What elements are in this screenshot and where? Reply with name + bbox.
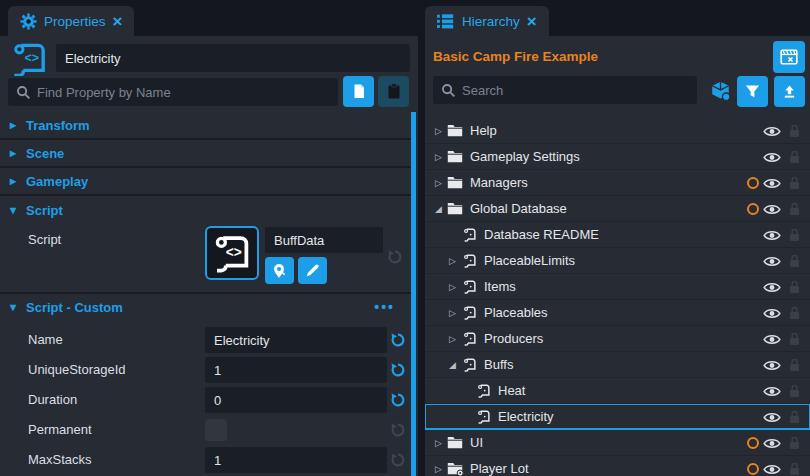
tree-row[interactable]: ▷UI xyxy=(425,430,810,456)
eye-icon[interactable] xyxy=(763,307,781,320)
lock-icon[interactable] xyxy=(788,150,801,164)
section-scene[interactable]: Scene xyxy=(0,140,411,168)
tree-expand-icon[interactable]: ▷ xyxy=(431,464,446,474)
reset-icon[interactable] xyxy=(390,362,406,378)
lock-icon[interactable] xyxy=(788,436,801,450)
tree-row[interactable]: Heat xyxy=(425,378,810,404)
property-checkbox[interactable] xyxy=(205,419,227,441)
folder-icon xyxy=(446,150,464,163)
eye-icon[interactable] xyxy=(763,125,781,138)
eye-icon[interactable] xyxy=(763,151,781,164)
lock-icon[interactable] xyxy=(788,254,801,268)
more-options-icon[interactable] xyxy=(374,299,395,315)
tree-item-label: Managers xyxy=(470,175,528,190)
edit-script-button[interactable] xyxy=(298,257,327,284)
copy-properties-button[interactable] xyxy=(343,76,374,107)
lock-icon[interactable] xyxy=(788,280,801,294)
lock-icon[interactable] xyxy=(788,462,801,476)
tree-row[interactable]: ▷Player Lot xyxy=(425,456,810,476)
script-icon xyxy=(460,280,478,294)
reset-icon xyxy=(387,249,403,265)
tree-row[interactable]: ▷Producers xyxy=(425,326,810,352)
tree-row[interactable]: ▷Gameplay Settings xyxy=(425,144,810,170)
networked-badge xyxy=(747,177,759,189)
script-field-label: Script xyxy=(28,232,61,247)
eye-icon[interactable] xyxy=(763,255,781,268)
tree-row[interactable]: ▷Items xyxy=(425,274,810,300)
lock-icon[interactable] xyxy=(788,358,801,372)
network-context-cube-icon[interactable] xyxy=(709,80,732,102)
property-value-input[interactable] xyxy=(205,357,387,383)
tree-expand-icon[interactable]: ▷ xyxy=(431,438,446,448)
hierarchy-search-input[interactable] xyxy=(462,76,697,104)
find-script-button[interactable] xyxy=(265,257,294,284)
filter-button[interactable] xyxy=(737,76,768,107)
scene-button[interactable] xyxy=(773,41,805,73)
tree-row[interactable]: ◢Global Database xyxy=(425,196,810,222)
tree-row[interactable]: ▷Placeables xyxy=(425,300,810,326)
script-name-input[interactable] xyxy=(265,227,383,253)
eye-icon[interactable] xyxy=(763,437,781,450)
script-asset-slot[interactable]: <> xyxy=(205,226,259,280)
eye-icon[interactable] xyxy=(763,177,781,190)
tree-item-label: UI xyxy=(470,435,483,450)
eye-icon[interactable] xyxy=(763,411,781,424)
lock-icon[interactable] xyxy=(788,176,801,190)
lock-icon[interactable] xyxy=(788,332,801,346)
folder-icon xyxy=(446,176,464,189)
property-row: MaxStacks xyxy=(0,447,411,473)
tree-row[interactable]: ◢Buffs xyxy=(425,352,810,378)
section-script[interactable]: Script xyxy=(0,196,411,224)
tree-expand-icon[interactable]: ▷ xyxy=(431,126,446,136)
reset-icon[interactable] xyxy=(390,332,406,348)
close-icon[interactable] xyxy=(527,13,537,30)
tree-expand-icon[interactable]: ◢ xyxy=(445,360,460,370)
export-button[interactable] xyxy=(774,76,805,107)
eye-icon[interactable] xyxy=(763,229,781,242)
tree-row[interactable]: ▷Help xyxy=(425,118,810,144)
tree-row[interactable]: Electricity xyxy=(425,404,810,430)
vertical-scrollbar[interactable] xyxy=(411,112,416,476)
list-tree-icon xyxy=(437,14,455,29)
tree-expand-icon[interactable]: ▷ xyxy=(445,282,460,292)
tree-expand-icon[interactable]: ◢ xyxy=(431,204,446,214)
tree-expand-icon[interactable]: ▷ xyxy=(431,178,446,188)
tree-expand-icon[interactable]: ▷ xyxy=(445,334,460,344)
property-search-input[interactable] xyxy=(37,78,338,106)
section-gameplay[interactable]: Gameplay xyxy=(0,168,411,196)
tree-expand-icon[interactable]: ▷ xyxy=(445,308,460,318)
tree-row[interactable]: ▷PlaceableLimits xyxy=(425,248,810,274)
property-value-input[interactable] xyxy=(205,447,387,473)
tree-row[interactable]: ▷Managers xyxy=(425,170,810,196)
section-transform[interactable]: Transform xyxy=(0,112,411,140)
lock-icon[interactable] xyxy=(788,384,801,398)
eye-icon[interactable] xyxy=(763,281,781,294)
tab-properties[interactable]: Properties xyxy=(8,6,134,36)
property-value-input[interactable] xyxy=(205,387,387,413)
tree-expand-icon[interactable]: ▷ xyxy=(445,256,460,266)
property-row: Permanent xyxy=(0,417,411,443)
eye-icon[interactable] xyxy=(763,463,781,476)
tree-expand-icon[interactable]: ▷ xyxy=(431,152,446,162)
lock-icon[interactable] xyxy=(788,124,801,138)
section-script-custom[interactable]: Script - Custom xyxy=(0,292,411,320)
object-name-input[interactable] xyxy=(56,44,410,72)
close-icon[interactable] xyxy=(113,13,123,30)
eye-icon[interactable] xyxy=(763,385,781,398)
eye-icon[interactable] xyxy=(763,333,781,346)
reset-icon[interactable] xyxy=(390,392,406,408)
folder-icon xyxy=(446,436,464,449)
tab-hierarchy[interactable]: Hierarchy xyxy=(425,6,549,36)
lock-icon[interactable] xyxy=(788,306,801,320)
eye-icon[interactable] xyxy=(763,359,781,372)
paste-properties-button[interactable] xyxy=(378,76,409,107)
lock-icon[interactable] xyxy=(788,202,801,216)
folder-icon xyxy=(446,462,464,476)
tree-row[interactable]: Database README xyxy=(425,222,810,248)
lock-icon[interactable] xyxy=(788,228,801,242)
lock-icon[interactable] xyxy=(788,410,801,424)
eye-icon[interactable] xyxy=(763,203,781,216)
property-value-input[interactable] xyxy=(205,327,387,353)
property-label: Duration xyxy=(28,392,77,407)
property-row: Duration xyxy=(0,387,411,413)
